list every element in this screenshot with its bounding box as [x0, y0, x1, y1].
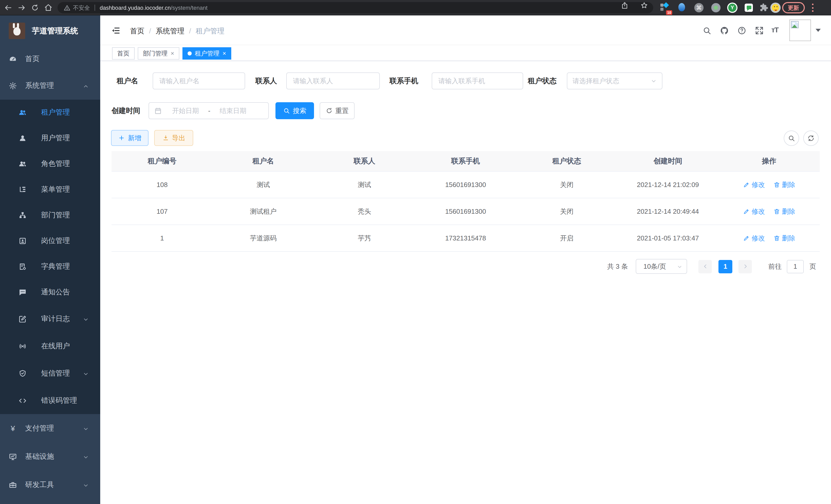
github-icon[interactable] [720, 26, 729, 35]
chrome-update-button[interactable]: 更新 [782, 2, 805, 13]
sidebar-item-post[interactable]: 岗位管理 [0, 228, 100, 254]
delete-link[interactable]: 删除 [773, 234, 795, 243]
status-select[interactable]: 请选择租户状态 [567, 72, 662, 89]
reset-button[interactable]: 重置 [320, 102, 354, 119]
sidebar-item-system[interactable]: 系统管理 [0, 72, 100, 100]
sidebar-collapse-icon[interactable] [112, 26, 120, 35]
bookmark-star-icon[interactable] [640, 2, 648, 9]
sidebar-item-label: 岗位管理 [41, 236, 70, 245]
header-search-icon[interactable] [703, 26, 711, 35]
browser-home-icon[interactable] [44, 4, 52, 12]
extension-tampermonkey-icon[interactable]: 10 [659, 3, 670, 13]
sidebar-item-payment[interactable]: ¥ 支付管理 [0, 414, 100, 442]
page-content: 租户名 联系人 联系手机 租户状态 请选择租户状态 创建时间 开始日期 - 结束… [100, 61, 831, 504]
table-row: 108 测试 测试 15601691300 关闭 2021-12-14 21:0… [112, 171, 820, 198]
delete-link[interactable]: 删除 [773, 180, 795, 189]
add-button[interactable]: 新增 [111, 130, 148, 146]
extension-emoji-icon[interactable] [770, 3, 781, 13]
cell-mobile: 15601691300 [415, 171, 516, 198]
sidebar-item-infrastructure[interactable]: 基础设施 [0, 442, 100, 471]
app-title: 芋道管理系统 [32, 26, 78, 36]
page-size-select[interactable]: 10条/页 [636, 259, 687, 274]
chevron-down-icon [83, 425, 89, 431]
sidebar-item-sms[interactable]: 短信管理 [0, 360, 100, 387]
share-icon[interactable] [621, 2, 629, 9]
chevron-down-icon [83, 316, 89, 322]
avatar-caret-down-icon[interactable] [815, 29, 821, 32]
sidebar-item-notice[interactable]: 通知公告 [0, 279, 100, 305]
pagination: 共 3 条 10条/页 1 前往 页 [607, 259, 816, 274]
address-divider [94, 5, 95, 11]
extension-gray-green-icon[interactable] [711, 3, 721, 13]
edit-link[interactable]: 修改 [743, 180, 765, 189]
mobile-input[interactable] [432, 72, 523, 89]
sidebar-item-label: 系统管理 [25, 81, 54, 90]
sidebar-item-dept[interactable]: 部门管理 [0, 202, 100, 228]
sidebar-item-user[interactable]: 用户管理 [0, 125, 100, 151]
prev-page-button[interactable] [698, 260, 712, 273]
contact-input[interactable] [286, 72, 380, 89]
page-unit-label: 页 [809, 262, 816, 271]
screenshot-root: 不安全 dashboard.yudao.iocoder.cn/system/te… [0, 0, 831, 504]
sidebar-item-label: 短信管理 [41, 368, 70, 378]
sidebar-item-dict[interactable]: 字典管理 [0, 254, 100, 279]
date-range-picker[interactable]: 开始日期 - 结束日期 [148, 102, 269, 119]
edit-link[interactable]: 修改 [743, 234, 765, 243]
browser-back-icon[interactable] [4, 4, 12, 12]
toggle-search-button[interactable] [784, 130, 799, 146]
cell-created: 2021-01-05 17:03:47 [617, 225, 718, 251]
sidebar-logo-row[interactable]: 芋道管理系统 [0, 16, 100, 46]
url-path: /system/tenant [171, 5, 207, 11]
edit-link[interactable]: 修改 [743, 207, 765, 216]
browser-reload-icon[interactable] [31, 4, 39, 12]
tab-dept[interactable]: 部门管理× [138, 47, 179, 60]
date-start-placeholder[interactable]: 开始日期 [165, 106, 206, 115]
refresh-button[interactable] [803, 130, 819, 146]
breadcrumb-home[interactable]: 首页 [130, 27, 144, 36]
sidebar-item-home[interactable]: 首页 [0, 46, 100, 72]
date-end-placeholder[interactable]: 结束日期 [212, 106, 254, 115]
security-label[interactable]: 不安全 [73, 4, 90, 11]
sidebar-item-online-users[interactable]: 在线用户 [0, 332, 100, 360]
current-page-button[interactable]: 1 [718, 260, 732, 273]
delete-link-label: 删除 [782, 234, 795, 243]
close-icon[interactable]: × [223, 50, 226, 57]
font-size-icon[interactable]: тT [771, 26, 778, 34]
avatar[interactable] [790, 20, 811, 41]
browser-menu-icon[interactable] [812, 4, 814, 12]
help-icon[interactable] [738, 26, 746, 35]
breadcrumb-section[interactable]: 系统管理 [156, 27, 184, 36]
sidebar-item-label: 租户管理 [41, 108, 70, 117]
tenant-name-input[interactable] [153, 72, 245, 89]
next-page-button[interactable] [739, 260, 752, 273]
extension-drop-icon[interactable] [677, 3, 687, 13]
tab-home[interactable]: 首页 [112, 47, 135, 60]
cell-contact: 秃头 [314, 198, 415, 225]
extension-chat-icon[interactable] [744, 3, 754, 13]
sidebar-item-role[interactable]: 角色管理 [0, 151, 100, 177]
toolbox-icon [9, 481, 17, 489]
delete-link-label: 删除 [782, 207, 795, 216]
export-button[interactable]: 导出 [154, 130, 193, 146]
col-actions: 操作 [718, 151, 820, 171]
extensions-puzzle-icon[interactable] [759, 3, 769, 13]
close-icon[interactable]: × [171, 50, 174, 57]
cell-tenant-id: 107 [112, 198, 213, 225]
delete-link[interactable]: 删除 [773, 207, 795, 216]
extension-command-icon[interactable]: ⌘ [694, 3, 704, 13]
sidebar-item-label: 错误码管理 [41, 396, 77, 405]
sidebar-item-menu[interactable]: 菜单管理 [0, 177, 100, 202]
sidebar-item-dev-tools[interactable]: 研发工具 [0, 471, 100, 499]
sidebar-item-error-code[interactable]: 错误码管理 [0, 387, 100, 414]
extension-y-icon[interactable]: Y [727, 3, 738, 13]
code-icon [19, 396, 27, 405]
browser-forward-icon[interactable] [18, 4, 26, 12]
search-button[interactable]: 搜索 [276, 102, 314, 119]
tab-tenant[interactable]: 租户管理× [182, 47, 231, 60]
sidebar-item-tenant[interactable]: 租户管理 [0, 100, 100, 125]
fullscreen-icon[interactable] [755, 26, 764, 35]
address-bar[interactable]: 不安全 dashboard.yudao.iocoder.cn/system/te… [58, 2, 653, 13]
sidebar-item-audit-log[interactable]: 审计日志 [0, 305, 100, 332]
col-mobile: 联系手机 [415, 151, 516, 171]
goto-page-input[interactable] [787, 260, 804, 273]
